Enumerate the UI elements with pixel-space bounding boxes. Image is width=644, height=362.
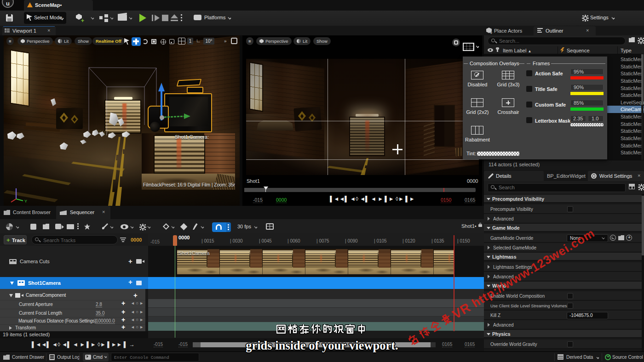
svg-text:Y: Y xyxy=(24,199,27,204)
